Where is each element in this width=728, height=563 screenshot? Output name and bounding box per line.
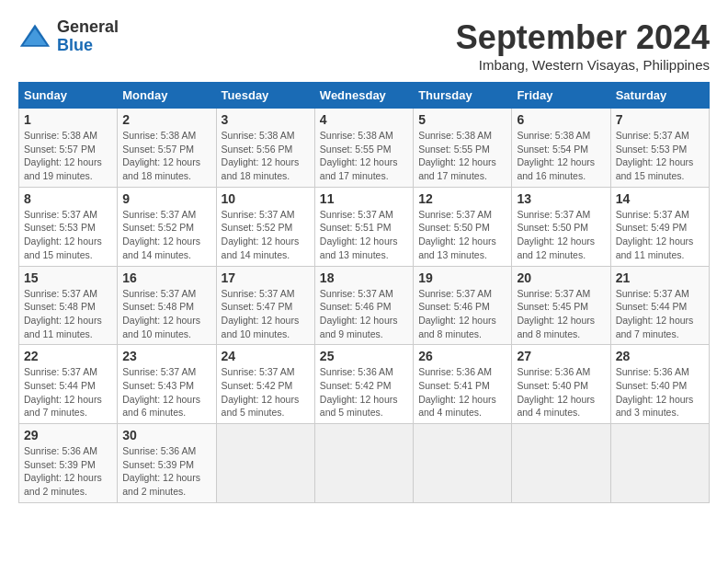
table-row: 26 Sunrise: 5:36 AMSunset: 5:41 PMDaylig… (414, 345, 512, 424)
col-tuesday: Tuesday (216, 83, 314, 109)
day-info: Sunrise: 5:38 AMSunset: 5:57 PMDaylight:… (24, 130, 102, 181)
day-number: 25 (320, 349, 408, 363)
table-row: 10 Sunrise: 5:37 AMSunset: 5:52 PMDaylig… (216, 187, 314, 266)
day-number: 14 (616, 191, 704, 206)
day-info: Sunrise: 5:37 AMSunset: 5:44 PMDaylight:… (616, 288, 694, 339)
table-row (512, 424, 610, 503)
table-row: 17 Sunrise: 5:37 AMSunset: 5:47 PMDaylig… (216, 266, 314, 345)
day-number: 13 (517, 191, 605, 206)
day-number: 24 (222, 349, 310, 363)
day-number: 6 (517, 112, 605, 127)
day-info: Sunrise: 5:37 AMSunset: 5:44 PMDaylight:… (24, 366, 102, 418)
table-row: 15 Sunrise: 5:37 AMSunset: 5:48 PMDaylig… (19, 266, 118, 345)
day-info: Sunrise: 5:38 AMSunset: 5:56 PMDaylight:… (222, 130, 300, 181)
table-row: 20 Sunrise: 5:37 AMSunset: 5:45 PMDaylig… (512, 266, 610, 345)
table-row: 12 Sunrise: 5:37 AMSunset: 5:50 PMDaylig… (414, 187, 512, 266)
logo-text: General Blue (57, 18, 119, 55)
day-number: 15 (24, 270, 112, 285)
day-number: 18 (320, 270, 408, 285)
day-number: 12 (418, 191, 506, 206)
day-number: 26 (418, 349, 506, 363)
table-row: 27 Sunrise: 5:36 AMSunset: 5:40 PMDaylig… (512, 345, 610, 424)
day-info: Sunrise: 5:37 AMSunset: 5:50 PMDaylight:… (418, 209, 496, 260)
day-number: 10 (222, 191, 310, 206)
day-info: Sunrise: 5:36 AMSunset: 5:41 PMDaylight:… (418, 366, 496, 418)
day-number: 11 (320, 191, 408, 206)
day-info: Sunrise: 5:37 AMSunset: 5:52 PMDaylight:… (222, 209, 300, 260)
day-number: 30 (122, 428, 210, 442)
day-info: Sunrise: 5:37 AMSunset: 5:52 PMDaylight:… (122, 209, 200, 260)
day-number: 5 (418, 112, 506, 127)
day-info: Sunrise: 5:37 AMSunset: 5:45 PMDaylight:… (517, 288, 595, 339)
day-number: 3 (222, 112, 310, 127)
table-row: 1 Sunrise: 5:38 AMSunset: 5:57 PMDayligh… (19, 109, 118, 188)
day-info: Sunrise: 5:37 AMSunset: 5:46 PMDaylight:… (320, 288, 398, 339)
table-row: 24 Sunrise: 5:37 AMSunset: 5:42 PMDaylig… (216, 345, 314, 424)
day-info: Sunrise: 5:38 AMSunset: 5:57 PMDaylight:… (122, 130, 200, 181)
table-row: 28 Sunrise: 5:36 AMSunset: 5:40 PMDaylig… (610, 345, 709, 424)
day-info: Sunrise: 5:37 AMSunset: 5:49 PMDaylight:… (616, 209, 694, 260)
table-row: 7 Sunrise: 5:37 AMSunset: 5:53 PMDayligh… (610, 109, 709, 188)
logo: General Blue (18, 18, 119, 55)
day-info: Sunrise: 5:37 AMSunset: 5:46 PMDaylight:… (418, 288, 496, 339)
table-row (414, 424, 512, 503)
table-row: 30 Sunrise: 5:36 AMSunset: 5:39 PMDaylig… (118, 424, 216, 503)
title-block: September 2024 Imbang, Western Visayas, … (456, 18, 710, 73)
day-number: 23 (122, 349, 210, 363)
day-number: 20 (517, 270, 605, 285)
col-thursday: Thursday (414, 83, 512, 109)
table-row: 14 Sunrise: 5:37 AMSunset: 5:49 PMDaylig… (610, 187, 709, 266)
day-number: 8 (24, 191, 112, 206)
table-row (314, 424, 413, 503)
col-saturday: Saturday (610, 83, 709, 109)
table-row (610, 424, 709, 503)
day-number: 2 (122, 112, 210, 127)
col-sunday: Sunday (19, 83, 118, 109)
table-row: 19 Sunrise: 5:37 AMSunset: 5:46 PMDaylig… (414, 266, 512, 345)
table-row: 4 Sunrise: 5:38 AMSunset: 5:55 PMDayligh… (314, 109, 413, 188)
table-row: 23 Sunrise: 5:37 AMSunset: 5:43 PMDaylig… (118, 345, 216, 424)
table-row: 8 Sunrise: 5:37 AMSunset: 5:53 PMDayligh… (19, 187, 118, 266)
col-monday: Monday (118, 83, 216, 109)
table-row: 21 Sunrise: 5:37 AMSunset: 5:44 PMDaylig… (610, 266, 709, 345)
day-number: 19 (418, 270, 506, 285)
location: Imbang, Western Visayas, Philippines (456, 57, 710, 73)
table-row: 18 Sunrise: 5:37 AMSunset: 5:46 PMDaylig… (314, 266, 413, 345)
table-row: 13 Sunrise: 5:37 AMSunset: 5:50 PMDaylig… (512, 187, 610, 266)
col-wednesday: Wednesday (314, 83, 413, 109)
day-number: 9 (122, 191, 210, 206)
day-info: Sunrise: 5:37 AMSunset: 5:53 PMDaylight:… (616, 130, 694, 181)
page-header: General Blue September 2024 Imbang, West… (18, 18, 710, 73)
day-info: Sunrise: 5:37 AMSunset: 5:47 PMDaylight:… (222, 288, 300, 339)
table-row: 2 Sunrise: 5:38 AMSunset: 5:57 PMDayligh… (118, 109, 216, 188)
day-info: Sunrise: 5:37 AMSunset: 5:42 PMDaylight:… (222, 366, 300, 418)
calendar-week: 22 Sunrise: 5:37 AMSunset: 5:44 PMDaylig… (19, 345, 710, 424)
table-row: 9 Sunrise: 5:37 AMSunset: 5:52 PMDayligh… (118, 187, 216, 266)
day-number: 22 (24, 349, 112, 363)
day-info: Sunrise: 5:37 AMSunset: 5:53 PMDaylight:… (24, 209, 102, 260)
calendar-week: 29 Sunrise: 5:36 AMSunset: 5:39 PMDaylig… (19, 424, 710, 503)
day-info: Sunrise: 5:38 AMSunset: 5:55 PMDaylight:… (418, 130, 496, 181)
day-info: Sunrise: 5:36 AMSunset: 5:39 PMDaylight:… (24, 445, 102, 497)
table-row: 11 Sunrise: 5:37 AMSunset: 5:51 PMDaylig… (314, 187, 413, 266)
day-info: Sunrise: 5:36 AMSunset: 5:42 PMDaylight:… (320, 366, 398, 418)
table-row: 5 Sunrise: 5:38 AMSunset: 5:55 PMDayligh… (414, 109, 512, 188)
calendar-table: Sunday Monday Tuesday Wednesday Thursday… (18, 82, 710, 503)
calendar-week: 15 Sunrise: 5:37 AMSunset: 5:48 PMDaylig… (19, 266, 710, 345)
day-number: 16 (122, 270, 210, 285)
day-info: Sunrise: 5:37 AMSunset: 5:48 PMDaylight:… (24, 288, 102, 339)
day-info: Sunrise: 5:38 AMSunset: 5:55 PMDaylight:… (320, 130, 398, 181)
day-number: 27 (517, 349, 605, 363)
table-row (216, 424, 314, 503)
day-number: 29 (24, 428, 112, 442)
table-row: 29 Sunrise: 5:36 AMSunset: 5:39 PMDaylig… (19, 424, 118, 503)
day-number: 21 (616, 270, 704, 285)
day-info: Sunrise: 5:37 AMSunset: 5:51 PMDaylight:… (320, 209, 398, 260)
day-number: 1 (24, 112, 112, 127)
logo-icon (18, 20, 51, 53)
day-info: Sunrise: 5:37 AMSunset: 5:48 PMDaylight:… (122, 288, 200, 339)
day-number: 28 (616, 349, 704, 363)
day-info: Sunrise: 5:36 AMSunset: 5:40 PMDaylight:… (517, 366, 595, 418)
table-row: 25 Sunrise: 5:36 AMSunset: 5:42 PMDaylig… (314, 345, 413, 424)
table-row: 22 Sunrise: 5:37 AMSunset: 5:44 PMDaylig… (19, 345, 118, 424)
